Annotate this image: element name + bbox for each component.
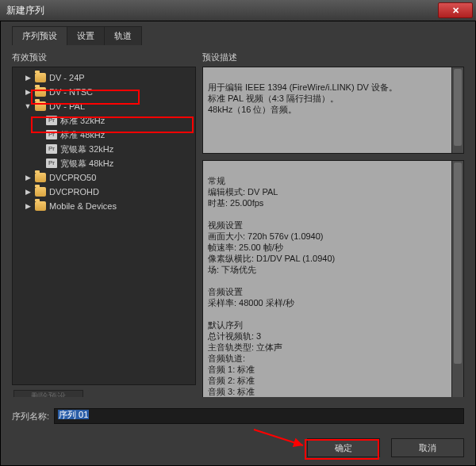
cancel-button[interactable]: 取消 (391, 438, 464, 457)
preset-icon: Pr (46, 159, 57, 168)
tree-preset-std48[interactable]: Pr 标准 48kHz (13, 128, 195, 142)
folder-icon (35, 173, 46, 182)
tree-folder-dvcpro50[interactable]: ▶ DVCPRO50 (13, 170, 195, 185)
tab-strip: 序列预设 设置 轨道 (1, 21, 475, 45)
folder-icon (35, 87, 46, 97)
close-icon: ✕ (452, 6, 459, 16)
left-panel-label: 有效预设 (12, 48, 196, 67)
tree-label: DV - PAL (49, 101, 85, 111)
tree-label: DV - 24P (49, 73, 85, 82)
chevron-right-icon[interactable]: ▶ (24, 174, 32, 181)
preset-icon: Pr (46, 144, 57, 154)
tree-label: 宽银幕 48kHz (60, 158, 113, 170)
scrollbar[interactable] (451, 67, 463, 153)
preset-description-summary: 用于编辑 IEEE 1394 (FireWire/i.LINK) DV 设备。 … (202, 67, 464, 154)
tree-label: DVCPROHD (49, 187, 99, 197)
folder-icon (35, 201, 46, 211)
tree-preset-ws48[interactable]: Pr 宽银幕 48kHz (13, 156, 195, 170)
chevron-down-icon[interactable]: ▼ (24, 102, 32, 110)
tree-folder-mobile[interactable]: ▶ Mobile & Devices (13, 199, 195, 213)
description-text: 用于编辑 IEEE 1394 (FireWire/i.LINK) DV 设备。 … (208, 82, 397, 114)
tree-preset-ws32[interactable]: Pr 宽银幕 32kHz (13, 142, 195, 156)
title-bar: 新建序列 ✕ (0, 0, 476, 21)
chevron-right-icon[interactable]: ▶ (24, 74, 32, 82)
tree-preset-std32[interactable]: Pr 标准 32kHz (13, 113, 195, 128)
chevron-right-icon[interactable]: ▶ (24, 88, 32, 96)
tree-label: DVCPRO50 (49, 173, 96, 182)
chevron-right-icon[interactable]: ▶ (24, 188, 32, 196)
preset-tree[interactable]: ▶ DV - 24P ▶ DV - NTSC ▼ DV - PAL (12, 67, 196, 385)
sequence-name-input[interactable]: 序列 01 (54, 408, 464, 424)
tree-folder-dvpal[interactable]: ▼ DV - PAL (13, 99, 195, 113)
tree-label: DV - NTSC (49, 87, 93, 97)
description-text: 常规 编辑模式: DV PAL 时基: 25.00fps 视频设置 画面大小: … (208, 176, 335, 396)
tree-folder-dv24p[interactable]: ▶ DV - 24P (13, 71, 195, 85)
right-panel-label: 预设描述 (202, 48, 464, 67)
tab-settings[interactable]: 设置 (67, 26, 105, 45)
tree-label: 标准 32kHz (60, 115, 105, 127)
tree-label: 标准 48kHz (60, 129, 105, 141)
sequence-name-label: 序列名称: (12, 411, 49, 422)
folder-icon (35, 187, 46, 197)
chevron-right-icon[interactable]: ▶ (24, 202, 32, 210)
close-button[interactable]: ✕ (438, 2, 473, 18)
preset-icon: Pr (46, 116, 57, 125)
tree-folder-dvcprohd[interactable]: ▶ DVCPROHD (13, 185, 195, 199)
tab-tracks[interactable]: 轨道 (105, 26, 142, 45)
preset-icon: Pr (46, 130, 57, 139)
folder-icon (35, 101, 46, 111)
preset-description-details: 常规 编辑模式: DV PAL 时基: 25.00fps 视频设置 画面大小: … (202, 160, 464, 397)
sequence-name-value: 序列 01 (58, 410, 89, 419)
tree-label: Mobile & Devices (49, 201, 117, 211)
scrollbar[interactable] (451, 161, 463, 397)
tree-folder-dvntsc[interactable]: ▶ DV - NTSC (13, 85, 195, 99)
tab-presets[interactable]: 序列预设 (12, 26, 67, 45)
ok-button[interactable]: 确定 (307, 438, 380, 457)
delete-preset-button: 删除预设 (13, 390, 83, 397)
folder-icon (35, 73, 46, 82)
tree-label: 宽银幕 32kHz (60, 143, 113, 155)
window-title: 新建序列 (3, 4, 438, 17)
